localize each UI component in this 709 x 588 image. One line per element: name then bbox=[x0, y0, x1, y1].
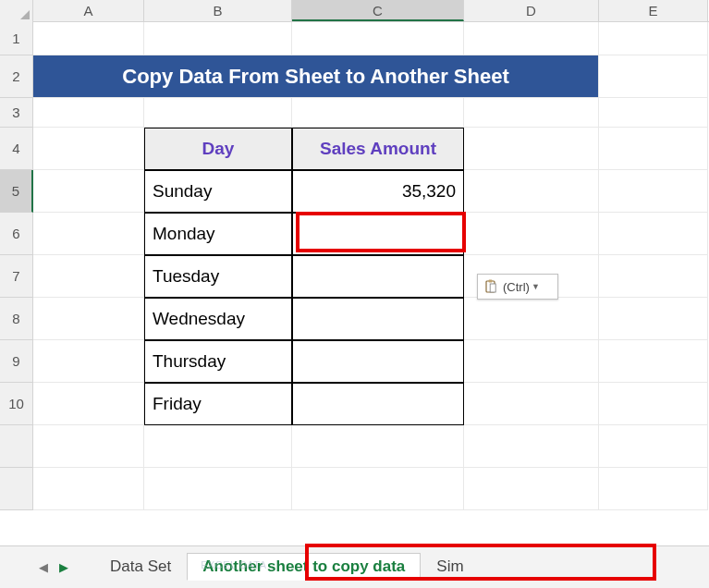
header-day[interactable]: Day bbox=[144, 128, 292, 170]
cell-blank[interactable] bbox=[292, 468, 464, 510]
cell-blank[interactable] bbox=[292, 425, 464, 468]
tab-nav-prev[interactable]: ◀ bbox=[33, 557, 54, 579]
svg-rect-2 bbox=[490, 284, 495, 292]
cell-D4[interactable] bbox=[464, 128, 599, 170]
cell-A8[interactable] bbox=[33, 298, 144, 340]
tab-nav-next[interactable]: ▶ bbox=[54, 557, 74, 579]
col-header-E[interactable]: E bbox=[599, 0, 708, 21]
sheet-tab-bar: ◀ ▶ Data Set EXCEL DATA Another sheet to… bbox=[0, 545, 709, 588]
cell-A7[interactable] bbox=[33, 255, 144, 298]
cell-E10[interactable] bbox=[599, 383, 708, 425]
cell-B3[interactable] bbox=[144, 98, 292, 128]
cell-sales-sunday[interactable]: 35,320 bbox=[292, 170, 464, 213]
cell-D9[interactable] bbox=[464, 340, 599, 383]
row-header-5[interactable]: 5 bbox=[0, 170, 33, 213]
cell-A1[interactable] bbox=[33, 22, 144, 55]
cell-day-wednesday[interactable]: Wednesday bbox=[144, 298, 292, 340]
cell-E5[interactable] bbox=[599, 170, 708, 213]
row-2: 2 Copy Data From Sheet to Another Sheet bbox=[0, 55, 709, 98]
col-header-C[interactable]: C bbox=[292, 0, 464, 21]
cell-D1[interactable] bbox=[464, 22, 599, 55]
row-6: 6 Monday bbox=[0, 213, 709, 255]
cell-E1[interactable] bbox=[599, 22, 708, 55]
row-1: 1 bbox=[0, 22, 709, 55]
col-header-B[interactable]: B bbox=[144, 0, 292, 21]
cell-sales-wednesday[interactable] bbox=[292, 298, 464, 340]
tab-label: Sim bbox=[436, 557, 463, 576]
cell-A5[interactable] bbox=[33, 170, 144, 213]
tab-data-set[interactable]: Data Set bbox=[94, 553, 187, 581]
spreadsheet-grid[interactable]: A B C D E 1 2 Copy Data From Sheet to An… bbox=[0, 0, 709, 545]
title-cell[interactable]: Copy Data From Sheet to Another Sheet bbox=[33, 55, 599, 98]
cell-B1[interactable] bbox=[144, 22, 292, 55]
cell-D10[interactable] bbox=[464, 383, 599, 425]
row-header-3[interactable]: 3 bbox=[0, 98, 33, 128]
cell-day-monday[interactable]: Monday bbox=[144, 213, 292, 255]
cell-E6[interactable] bbox=[599, 213, 708, 255]
tab-sim[interactable]: Sim bbox=[421, 553, 470, 581]
cell-sales-tuesday[interactable] bbox=[292, 255, 464, 298]
cell-day-friday[interactable]: Friday bbox=[144, 383, 292, 425]
cell-blank[interactable] bbox=[144, 425, 292, 468]
cell-E4[interactable] bbox=[599, 128, 708, 170]
svg-rect-1 bbox=[489, 280, 493, 283]
cell-blank[interactable] bbox=[464, 468, 599, 510]
header-sales[interactable]: Sales Amount bbox=[292, 128, 464, 170]
row-3: 3 bbox=[0, 98, 709, 128]
row-header-2[interactable]: 2 bbox=[0, 55, 33, 98]
tab-another-sheet[interactable]: EXCEL DATA Another sheet to copy data bbox=[187, 553, 421, 581]
cell-C3[interactable] bbox=[292, 98, 464, 128]
row-header-10[interactable]: 10 bbox=[0, 383, 33, 425]
row-header-8[interactable]: 8 bbox=[0, 298, 33, 340]
cell-blank[interactable] bbox=[144, 468, 292, 510]
cell-A9[interactable] bbox=[33, 340, 144, 383]
clipboard-icon bbox=[481, 276, 501, 297]
col-header-D[interactable]: D bbox=[464, 0, 599, 21]
row-header-1[interactable]: 1 bbox=[0, 22, 33, 55]
cell-E7[interactable] bbox=[599, 255, 708, 298]
row-header-blank[interactable] bbox=[0, 468, 33, 510]
cell-day-sunday[interactable]: Sunday bbox=[144, 170, 292, 213]
row-header-4[interactable]: 4 bbox=[0, 128, 33, 170]
cell-A6[interactable] bbox=[33, 213, 144, 255]
tab-label: Another sheet to copy data bbox=[202, 557, 405, 576]
select-all-corner[interactable] bbox=[0, 0, 33, 22]
paste-options-popup[interactable]: (Ctrl) ▼ bbox=[477, 274, 558, 300]
cell-D3[interactable] bbox=[464, 98, 599, 128]
cell-blank[interactable] bbox=[33, 425, 144, 468]
cell-E2[interactable] bbox=[599, 55, 708, 98]
sheet-tabs: Data Set EXCEL DATA Another sheet to cop… bbox=[94, 546, 471, 588]
cell-E8[interactable] bbox=[599, 298, 708, 340]
row-7: 7 Tuesday bbox=[0, 255, 709, 298]
cell-sales-thursday[interactable] bbox=[292, 340, 464, 383]
row-header-6[interactable]: 6 bbox=[0, 213, 33, 255]
cell-A4[interactable] bbox=[33, 128, 144, 170]
cell-D5[interactable] bbox=[464, 170, 599, 213]
cell-C1[interactable] bbox=[292, 22, 464, 55]
cell-A3[interactable] bbox=[33, 98, 144, 128]
col-header-A[interactable]: A bbox=[33, 0, 144, 21]
row-header-blank[interactable] bbox=[0, 425, 33, 468]
row-blank bbox=[0, 425, 709, 468]
column-headers: A B C D E bbox=[0, 0, 709, 22]
cell-blank[interactable] bbox=[33, 468, 144, 510]
cell-D6[interactable] bbox=[464, 213, 599, 255]
row-4: 4 Day Sales Amount bbox=[0, 128, 709, 170]
row-header-9[interactable]: 9 bbox=[0, 340, 33, 383]
cell-E9[interactable] bbox=[599, 340, 708, 383]
row-header-7[interactable]: 7 bbox=[0, 255, 33, 298]
cell-A10[interactable] bbox=[33, 383, 144, 425]
cell-day-tuesday[interactable]: Tuesday bbox=[144, 255, 292, 298]
cell-day-thursday[interactable]: Thursday bbox=[144, 340, 292, 383]
cell-blank[interactable] bbox=[599, 425, 708, 468]
row-10: 10 Friday bbox=[0, 383, 709, 425]
row-9: 9 Thursday bbox=[0, 340, 709, 383]
cell-D8[interactable] bbox=[464, 298, 599, 340]
cell-E3[interactable] bbox=[599, 98, 708, 128]
cell-blank[interactable] bbox=[464, 425, 599, 468]
chevron-down-icon: ▼ bbox=[532, 282, 540, 291]
row-blank bbox=[0, 468, 709, 510]
cell-sales-friday[interactable] bbox=[292, 383, 464, 425]
cell-blank[interactable] bbox=[599, 468, 708, 510]
cell-sales-monday[interactable] bbox=[292, 213, 464, 255]
